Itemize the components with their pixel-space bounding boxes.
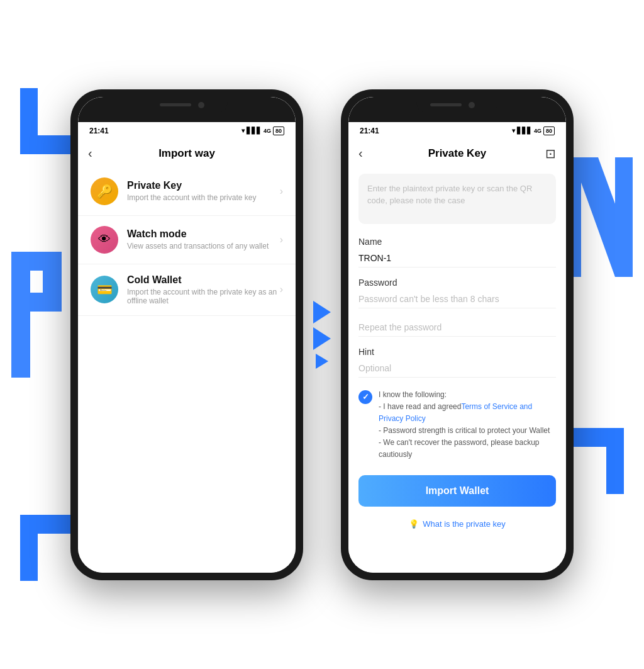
import-wallet-button[interactable]: Import Wallet bbox=[358, 475, 556, 507]
battery-icon-2: 80 bbox=[543, 126, 555, 135]
phone2-nav-bar: ‹ Private Key ⊡ bbox=[348, 140, 566, 167]
watch-mode-item[interactable]: 👁 Watch mode View assets and transaction… bbox=[78, 216, 296, 264]
watch-mode-icon: 👁 bbox=[91, 226, 118, 254]
password-label: Password bbox=[358, 278, 556, 288]
cold-wallet-item[interactable]: 💳 Cold Wallet Import the account with th… bbox=[78, 264, 296, 316]
arrow-icon-top bbox=[313, 301, 331, 323]
cold-wallet-name: Cold Wallet bbox=[127, 274, 280, 286]
name-label: Name bbox=[358, 237, 556, 247]
wifi-icon-2: ▾ bbox=[512, 127, 515, 134]
network-icon-2: 4G bbox=[534, 128, 541, 134]
arrow-icon-bottom bbox=[316, 354, 328, 369]
phone2-nav-title: Private Key bbox=[428, 147, 487, 160]
agreement-text: I know the following: - I have read and … bbox=[379, 389, 556, 461]
phone2-status-bar: 21:41 ▾ ▋▋▋ 4G 80 bbox=[348, 122, 566, 140]
phone2-inner: 21:41 ▾ ▋▋▋ 4G 80 ‹ Private Key ⊡ Enter … bbox=[348, 97, 566, 573]
phone2-time: 21:41 bbox=[360, 126, 379, 135]
hint-section: Hint Optional bbox=[348, 340, 566, 381]
phone1-nav-title: Import way bbox=[158, 147, 215, 160]
phone2-speaker bbox=[430, 103, 462, 106]
agreement-area: ✓ I know the following: - I have read an… bbox=[348, 381, 566, 469]
watch-mode-desc: View assets and transactions of any wall… bbox=[127, 242, 280, 250]
phone1-back-button[interactable]: ‹ bbox=[88, 146, 92, 160]
i-know-label: I know the following: bbox=[379, 390, 447, 399]
watch-mode-name: Watch mode bbox=[127, 228, 280, 240]
phone1-inner: 21:41 ▾ ▋▋▋ 4G 80 ‹ Import way 🔑 bbox=[78, 97, 296, 573]
private-key-text: Private Key Import the account with the … bbox=[127, 180, 280, 202]
phone2-back-button[interactable]: ‹ bbox=[358, 146, 363, 160]
password-input[interactable]: Password can't be less than 8 chars bbox=[358, 290, 556, 308]
arrow-icon-middle bbox=[313, 327, 331, 350]
import-wallet-label: Import Wallet bbox=[426, 485, 489, 496]
agreement-checkbox[interactable]: ✓ bbox=[358, 390, 372, 404]
cold-wallet-desc: Import the account with the private key … bbox=[127, 288, 280, 305]
watch-mode-chevron: › bbox=[280, 234, 283, 245]
pk-input-placeholder: Enter the plaintext private key or scan … bbox=[367, 184, 532, 206]
svg-rect-0 bbox=[11, 252, 30, 378]
agreement-line3: - We can't recover the password, please … bbox=[379, 438, 540, 459]
cold-wallet-text: Cold Wallet Import the account with the … bbox=[127, 274, 280, 305]
private-key-name: Private Key bbox=[127, 180, 280, 191]
battery-icon: 80 bbox=[273, 126, 284, 135]
name-value[interactable]: TRON-1 bbox=[358, 249, 556, 267]
phone2-camera bbox=[469, 102, 475, 108]
phone-private-key: 21:41 ▾ ▋▋▋ 4G 80 ‹ Private Key ⊡ Enter … bbox=[341, 89, 574, 580]
private-key-desc: Import the account with the private key bbox=[127, 193, 280, 202]
what-is-pk-label: What is the private key bbox=[423, 519, 506, 529]
phone2-status-icons: ▾ ▋▋▋ 4G 80 bbox=[512, 126, 555, 135]
wifi-icon: ▾ bbox=[242, 127, 245, 134]
phone1-notch bbox=[146, 97, 228, 113]
bulb-icon: 💡 bbox=[409, 519, 419, 529]
phone1-speaker bbox=[160, 103, 191, 106]
cold-wallet-icon: 💳 bbox=[91, 276, 118, 303]
svg-rect-6 bbox=[615, 157, 633, 277]
signal-icon: ▋▋▋ bbox=[247, 127, 262, 134]
network-icon: 4G bbox=[264, 128, 271, 134]
private-key-chevron: › bbox=[280, 186, 283, 197]
hint-label: Hint bbox=[358, 347, 556, 357]
hint-input[interactable]: Optional bbox=[358, 359, 556, 378]
agreement-line2: - Password strength is critical to prote… bbox=[379, 426, 550, 435]
phone1-camera bbox=[198, 102, 204, 108]
watch-mode-text: Watch mode View assets and transactions … bbox=[127, 228, 280, 250]
repeat-password-section: Repeat the password bbox=[348, 312, 566, 340]
phone1-time: 21:41 bbox=[89, 126, 109, 135]
checkmark-icon: ✓ bbox=[362, 392, 369, 402]
private-key-icon: 🔑 bbox=[91, 177, 118, 205]
svg-rect-1 bbox=[11, 252, 62, 271]
phone1-screen: 🔑 Private Key Import the account with th… bbox=[78, 167, 296, 573]
phone1-nav-bar: ‹ Import way bbox=[78, 140, 296, 167]
name-section: Name TRON-1 bbox=[348, 230, 566, 271]
phone2-screen: Enter the plaintext private key or scan … bbox=[348, 167, 566, 573]
password-section: Password Password can't be less than 8 c… bbox=[348, 271, 566, 312]
phone1-status-icons: ▾ ▋▋▋ 4G 80 bbox=[242, 126, 284, 135]
phone2-notch bbox=[416, 97, 498, 113]
cold-wallet-chevron: › bbox=[280, 284, 283, 295]
signal-icon-2: ▋▋▋ bbox=[517, 127, 532, 134]
repeat-password-input[interactable]: Repeat the password bbox=[358, 318, 556, 337]
svg-rect-2 bbox=[43, 271, 62, 312]
phone2-notch-area bbox=[348, 97, 566, 122]
private-key-input[interactable]: Enter the plaintext private key or scan … bbox=[358, 174, 556, 224]
phone-import-way: 21:41 ▾ ▋▋▋ 4G 80 ‹ Import way 🔑 bbox=[70, 89, 303, 580]
private-key-item[interactable]: 🔑 Private Key Import the account with th… bbox=[78, 167, 296, 216]
svg-marker-5 bbox=[581, 157, 633, 277]
phone1-notch-area bbox=[78, 97, 296, 122]
svg-rect-3 bbox=[11, 293, 62, 312]
qr-scan-button[interactable]: ⊡ bbox=[545, 146, 556, 161]
agreement-line1: - I have read and agreed bbox=[379, 402, 461, 411]
arrow-group bbox=[313, 301, 331, 369]
what-is-pk-link[interactable]: 💡 What is the private key bbox=[348, 513, 566, 535]
phone1-status-bar: 21:41 ▾ ▋▋▋ 4G 80 bbox=[78, 122, 296, 140]
